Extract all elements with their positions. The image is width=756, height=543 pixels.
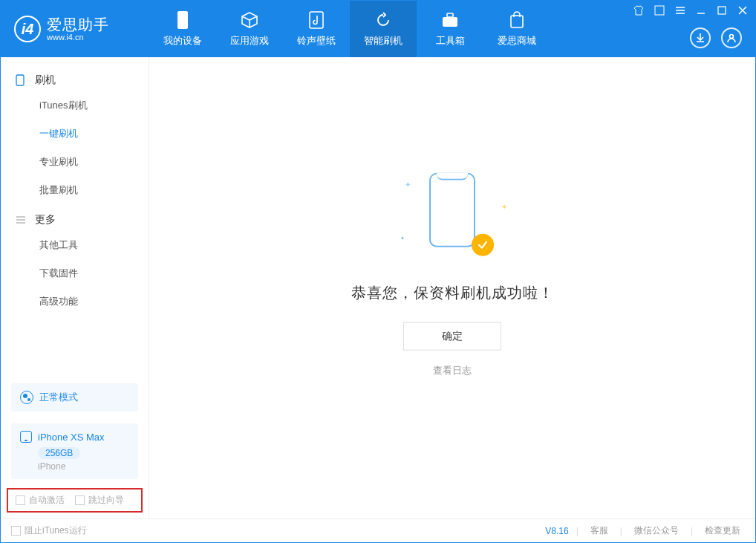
tshirt-icon[interactable] <box>633 5 644 16</box>
device-box[interactable]: iPhone XS Max 256GB iPhone <box>11 423 138 479</box>
check-badge-icon <box>472 233 494 256</box>
close-icon[interactable] <box>737 5 748 16</box>
block-itunes-checkbox[interactable]: 阻止iTunes运行 <box>11 524 87 537</box>
window-controls <box>633 5 748 16</box>
app-title: 爱思助手 <box>47 16 109 33</box>
nav-tab-flash[interactable]: 智能刷机 <box>350 1 417 57</box>
nav-label: 工具箱 <box>436 34 465 48</box>
sidebar-item-advanced[interactable]: 高级功能 <box>1 287 149 316</box>
device-type: iPhone <box>38 461 129 472</box>
group-label: 刷机 <box>35 74 56 87</box>
version-label: V8.16 <box>545 526 568 536</box>
maximize-icon[interactable] <box>717 5 727 16</box>
user-button[interactable] <box>721 27 742 48</box>
checkbox-icon <box>16 495 25 505</box>
ok-button[interactable]: 确定 <box>403 322 501 350</box>
success-message: 恭喜您，保资料刷机成功啦！ <box>311 282 593 302</box>
sidebar-group-more: 更多 <box>1 204 149 231</box>
checkbox-row-highlighted: 自动激活 跳过向导 <box>7 488 143 513</box>
phone-outline-icon <box>16 74 27 86</box>
sidebar-item-batch-flash[interactable]: 批量刷机 <box>1 176 149 204</box>
nav-tab-ringtone[interactable]: 铃声壁纸 <box>283 1 350 57</box>
sidebar-item-other-tools[interactable]: 其他工具 <box>1 231 149 259</box>
sparkle-icon: ✦ <box>405 180 411 188</box>
app-subtitle: www.i4.cn <box>47 33 109 42</box>
svg-rect-6 <box>718 7 726 14</box>
sidebar-item-oneclick-flash[interactable]: 一键刷机 <box>1 120 149 148</box>
nav-tab-apps[interactable]: 应用游戏 <box>216 1 283 57</box>
sparkle-icon: ✦ <box>501 202 507 210</box>
svg-rect-0 <box>177 11 188 29</box>
nav-label: 铃声壁纸 <box>297 34 336 48</box>
view-log-link[interactable]: 查看日志 <box>433 363 472 377</box>
cube-icon <box>240 10 259 30</box>
success-panel: ✦ ✦ ✦ 恭喜您，保资料刷机成功啦！ 确定 查看日志 <box>311 165 593 377</box>
checkbox-label: 自动激活 <box>29 494 65 507</box>
device-icon <box>173 10 192 30</box>
body: 刷机 iTunes刷机 一键刷机 专业刷机 批量刷机 更多 其他工具 下载固件 … <box>1 57 755 518</box>
checkbox-icon <box>11 526 21 536</box>
mode-box[interactable]: 正常模式 <box>11 383 138 412</box>
footer: 阻止iTunes运行 V8.16 | 客服 | 微信公众号 | 检查更新 <box>1 518 755 542</box>
sidebar-item-download-firmware[interactable]: 下载固件 <box>1 259 149 287</box>
svg-rect-8 <box>16 75 24 85</box>
skip-wizard-checkbox[interactable]: 跳过向导 <box>75 494 124 507</box>
logo-area: i4 爱思助手 www.i4.cn <box>1 16 149 42</box>
hamburger-icon <box>16 215 27 224</box>
sparkle-icon: ✦ <box>400 235 405 241</box>
nav-label: 智能刷机 <box>364 34 403 48</box>
header-right-buttons <box>690 27 742 48</box>
footer-link-update[interactable]: 检查更新 <box>700 524 745 537</box>
sidebar-group-flash: 刷机 <box>1 65 149 91</box>
footer-link-wechat[interactable]: 微信公众号 <box>630 524 683 537</box>
nav-tab-device[interactable]: 我的设备 <box>149 1 216 57</box>
auto-activate-checkbox[interactable]: 自动激活 <box>16 494 65 507</box>
nav-label: 应用游戏 <box>230 34 269 48</box>
mode-icon <box>20 391 33 404</box>
skin-icon[interactable] <box>654 5 665 16</box>
footer-link-support[interactable]: 客服 <box>586 524 613 537</box>
phone-illustration: ✦ ✦ ✦ <box>415 172 489 261</box>
checkbox-label: 阻止iTunes运行 <box>25 524 87 537</box>
sidebar: 刷机 iTunes刷机 一键刷机 专业刷机 批量刷机 更多 其他工具 下载固件 … <box>1 57 149 518</box>
svg-rect-1 <box>310 12 323 28</box>
group-label: 更多 <box>35 213 56 227</box>
menu-icon[interactable] <box>675 5 685 16</box>
header: i4 爱思助手 www.i4.cn 我的设备 应用游戏 铃声壁纸 智能刷机 <box>1 1 755 57</box>
nav-label: 爱思商城 <box>498 34 536 48</box>
toolbox-icon <box>440 10 460 30</box>
mode-label: 正常模式 <box>39 391 78 404</box>
sidebar-item-itunes-flash[interactable]: iTunes刷机 <box>1 91 149 120</box>
checkbox-icon <box>75 495 85 505</box>
app-window: i4 爱思助手 www.i4.cn 我的设备 应用游戏 铃声壁纸 智能刷机 <box>0 0 756 543</box>
main-content: ✦ ✦ ✦ 恭喜您，保资料刷机成功啦！ 确定 查看日志 <box>149 57 755 518</box>
device-outline-icon <box>20 431 32 443</box>
nav-tab-toolbox[interactable]: 工具箱 <box>417 1 483 57</box>
nav-tabs: 我的设备 应用游戏 铃声壁纸 智能刷机 工具箱 爱思商城 <box>149 1 550 57</box>
minimize-icon[interactable] <box>696 5 706 16</box>
shop-icon <box>507 10 527 30</box>
nav-label: 我的设备 <box>163 34 202 48</box>
svg-rect-3 <box>447 13 453 17</box>
logo-icon: i4 <box>14 16 41 42</box>
refresh-icon <box>374 10 393 30</box>
download-button[interactable] <box>690 27 711 48</box>
phone-icon <box>429 172 475 247</box>
device-name: iPhone XS Max <box>38 432 105 443</box>
nav-tab-shop[interactable]: 爱思商城 <box>483 1 550 57</box>
svg-rect-2 <box>443 17 457 27</box>
music-icon <box>307 10 326 30</box>
svg-rect-4 <box>511 16 523 27</box>
checkbox-label: 跳过向导 <box>88 494 124 507</box>
device-storage-badge: 256GB <box>38 447 80 459</box>
svg-rect-5 <box>655 6 664 15</box>
sidebar-item-pro-flash[interactable]: 专业刷机 <box>1 148 149 176</box>
svg-point-7 <box>730 35 734 39</box>
